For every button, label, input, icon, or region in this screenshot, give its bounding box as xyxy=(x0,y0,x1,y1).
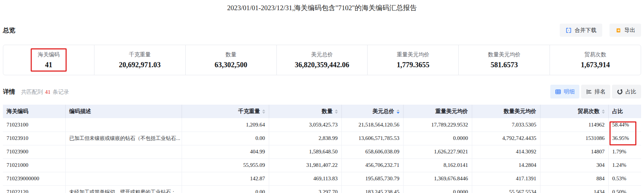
table-row-3: 71023900404.991,589,648.50658,606,038.09… xyxy=(3,145,641,158)
view-button-donut[interactable]: 占比 xyxy=(612,85,641,98)
button-label: 排名 xyxy=(595,88,605,95)
column-label: 贸易次数 xyxy=(578,108,600,115)
export-icon xyxy=(615,27,621,33)
table-row-1: 710231001,209.643,059,425.7321,518,564,1… xyxy=(3,118,641,132)
overview-heading: 总览 xyxy=(3,26,15,35)
cell-quantity: 2,838.99 xyxy=(269,132,341,145)
merge-download-icon xyxy=(566,27,572,33)
table-row-6: 71022120未经加工或简单锯切、劈开或粗磨的工业钻石：...0.003,29… xyxy=(3,185,641,193)
summary-card-1: 海关编码41 xyxy=(3,45,94,75)
column-header-quantity[interactable]: 数量 xyxy=(269,105,341,118)
cell-description xyxy=(65,172,182,185)
button-label: 导出 xyxy=(624,27,635,34)
cell-description xyxy=(65,158,182,172)
match-count: 41 xyxy=(45,89,50,95)
column-label: 占比 xyxy=(612,108,623,115)
column-label: 数量美元均价 xyxy=(504,108,536,115)
cell-kg-weight: 55,955.09 xyxy=(182,158,269,172)
cell-share: 0.50% xyxy=(608,185,641,193)
export-button[interactable]: 导出 xyxy=(609,24,641,37)
cell-code: 71023900 xyxy=(3,145,65,158)
cell-quantity: 1,589,648.50 xyxy=(269,145,341,158)
cell-code: 710239000000 xyxy=(3,172,65,185)
cell-usd-per-kg: 0.0000 xyxy=(403,185,472,193)
summary-card-6: 数量美元均价581.6573 xyxy=(458,45,550,75)
match-count-suffix: 条记录 xyxy=(53,89,69,96)
cell-trade-count: 114962 xyxy=(540,118,608,132)
button-label: 占比 xyxy=(625,88,636,95)
cell-trade-count: 884 xyxy=(540,172,608,185)
donut-icon xyxy=(617,89,623,95)
sort-carets xyxy=(602,109,605,114)
column-label: 数量 xyxy=(322,108,333,115)
column-header-usd-total[interactable]: 美元总价 xyxy=(341,105,403,118)
card-label: 美元总价 xyxy=(311,51,333,58)
cell-usd-per-kg: 1,369,676.8446 xyxy=(403,172,472,185)
column-label: 重量美元均价 xyxy=(436,108,468,115)
table-row-2: 71023910已加工但未镶嵌或镶嵌的钻石（不包括工业钻石...0.002,83… xyxy=(3,132,641,145)
card-label: 千克重量 xyxy=(129,51,151,58)
view-button-ranking[interactable]: 排名 xyxy=(581,85,610,98)
table-row-4: 7102100055,955.0931,981,407.22456,706,23… xyxy=(3,158,641,172)
cell-description: 已加工但未镶嵌或镶嵌的钻石（不包括工业钻石... xyxy=(65,132,182,145)
summary-cards: 海关编码41千克重量20,692,971.03数量63,302,500美元总价3… xyxy=(3,45,641,75)
view-button-table[interactable]: 明细 xyxy=(550,85,579,98)
cell-usd-per-kg: 17,789,229.9532 xyxy=(403,118,472,132)
cell-quantity: 31,981,407.22 xyxy=(269,158,341,172)
cell-usd-per-kg: 8,162.0141 xyxy=(403,158,472,172)
cell-quantity: 3,059,425.73 xyxy=(269,118,341,132)
card-value: 63,302,500 xyxy=(215,61,247,69)
cell-code: 71022120 xyxy=(3,185,65,193)
sort-asc-icon xyxy=(397,109,400,111)
cell-usd-per-qty: 417.1391 xyxy=(472,172,540,185)
match-count-prefix: 共匹配到 xyxy=(21,89,43,96)
view-switcher: 明细排名占比 xyxy=(550,85,641,98)
table-icon xyxy=(555,89,561,95)
column-header-kg-weight[interactable]: 千克重量 xyxy=(182,105,269,118)
cell-usd-per-qty: 414.3092 xyxy=(472,145,540,158)
cell-usd-total: 13,606,571,785.53 xyxy=(341,132,403,145)
column-label: 千克重量 xyxy=(238,108,260,115)
card-value: 1,779.3655 xyxy=(397,61,429,69)
ranking-icon xyxy=(586,89,592,95)
cell-usd-per-qty: 4,792,742.4435 xyxy=(472,132,540,145)
cell-share: 1.24% xyxy=(608,158,641,172)
column-header-description: 编码描述 xyxy=(65,105,182,118)
card-value: 581.6573 xyxy=(491,61,518,69)
cell-share: 36.95% xyxy=(608,132,641,145)
summary-card-3: 数量63,302,500 xyxy=(185,45,276,75)
summary-card-2: 千克重量20,692,971.03 xyxy=(94,45,185,75)
cell-description: 未经加工或简单锯切、劈开或粗磨的工业钻石：... xyxy=(65,185,182,193)
summary-card-4: 美元总价36,820,359,442.06 xyxy=(276,45,368,75)
sort-desc-icon xyxy=(262,112,265,114)
button-label: 明细 xyxy=(564,88,575,95)
report-page: 2023/01/01-2023/12/31,海关编码包含"7102"的海关编码汇… xyxy=(0,3,644,193)
cell-usd-per-qty: 7,033.5305 xyxy=(472,118,540,132)
cell-quantity: 469,113.83 xyxy=(269,172,341,185)
card-label: 数量 xyxy=(226,51,236,58)
cell-trade-count: 14807 xyxy=(540,145,608,158)
sort-desc-icon xyxy=(335,112,338,114)
column-label: 海关编码 xyxy=(7,108,28,115)
cell-usd-total: 658,606,038.09 xyxy=(341,145,403,158)
page-title: 2023/01/01-2023/12/31,海关编码包含"7102"的海关编码汇… xyxy=(3,3,641,13)
cell-share: 0.53% xyxy=(608,172,641,185)
details-heading: 详情 xyxy=(3,88,15,96)
sort-carets xyxy=(262,109,265,114)
card-value: 20,692,971.03 xyxy=(119,61,161,69)
column-header-code: 海关编码 xyxy=(3,105,65,118)
card-label: 数量美元均价 xyxy=(488,51,521,58)
sort-asc-icon xyxy=(602,109,605,111)
cell-usd-total: 195,685,730.79 xyxy=(341,172,403,185)
button-label: 合并下载 xyxy=(575,27,596,34)
cell-kg-weight: 1,209.64 xyxy=(182,118,269,132)
cell-trade-count: 304 xyxy=(540,158,608,172)
table-header-row: 海关编码编码描述千克重量数量美元总价重量美元均价数量美元均价贸易次数占比 xyxy=(3,105,641,118)
column-header-trade-count[interactable]: 贸易次数 xyxy=(540,105,608,118)
card-value: 36,820,359,442.06 xyxy=(295,61,349,69)
column-header-share: 占比 xyxy=(608,105,641,118)
column-label: 美元总价 xyxy=(373,108,394,115)
merge-download-button[interactable]: 合并下载 xyxy=(560,24,602,37)
summary-card-7: 贸易次数1,673,914 xyxy=(550,45,641,75)
sort-desc-icon xyxy=(602,112,605,114)
